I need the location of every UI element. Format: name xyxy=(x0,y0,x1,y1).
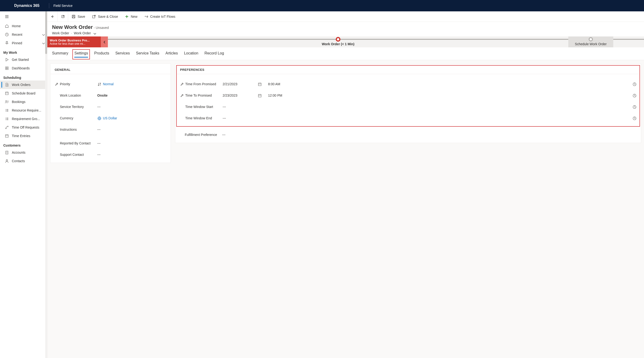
grid-icon xyxy=(5,66,9,70)
create-iot-flows-button[interactable]: Create IoT Flows xyxy=(141,11,179,22)
tab-record-log[interactable]: Record Log xyxy=(204,51,224,58)
topbar-divider xyxy=(49,3,49,8)
field-time-window-end[interactable]: Time Window End --- xyxy=(180,113,636,124)
nav-dashboards[interactable]: Dashboards xyxy=(0,64,47,73)
group-customers: Customers xyxy=(0,140,47,148)
people-icon xyxy=(5,100,9,104)
bpf-stage-schedule[interactable]: Schedule Work Order xyxy=(568,37,613,47)
tab-services[interactable]: Services xyxy=(115,51,130,58)
list-icon xyxy=(5,108,9,113)
plus-icon xyxy=(125,15,129,19)
flow-icon xyxy=(144,15,148,19)
command-bar: Save Save & Close New Create IoT Flows xyxy=(47,11,644,22)
tab-articles[interactable]: Articles xyxy=(166,51,178,58)
bpf-header[interactable]: Work Order Business Pro... Active for le… xyxy=(47,37,101,47)
sidebar-scrollbar[interactable] xyxy=(45,11,47,358)
field-instructions[interactable]: Instructions --- xyxy=(55,124,166,135)
global-topbar: Dynamics 365 Field Service xyxy=(0,0,644,11)
hamburger-icon[interactable] xyxy=(5,15,9,19)
nav-home[interactable]: Home xyxy=(0,22,47,30)
person-icon xyxy=(5,159,9,163)
nav-time-off[interactable]: Time Off Requests xyxy=(0,123,47,132)
clock-icon[interactable] xyxy=(632,116,636,120)
back-button[interactable] xyxy=(47,11,58,22)
nav-requirement-groups[interactable]: Requirement Gro... xyxy=(0,115,47,123)
bpf-stage-work-order[interactable]: Work Order (< 1 Min) xyxy=(108,37,568,47)
save-button[interactable]: Save xyxy=(68,11,88,22)
tab-service-tasks[interactable]: Service Tasks xyxy=(136,51,159,58)
sort-icon xyxy=(97,82,101,86)
calendar-icon xyxy=(5,134,9,138)
wrench-icon xyxy=(180,82,184,86)
general-section: GENERAL Priority Normal Work Location On… xyxy=(50,64,171,163)
building-icon xyxy=(5,150,9,155)
nav-pinned[interactable]: Pinned xyxy=(0,39,47,47)
preferences-highlight: PREFERENCES Time From Promised 2/21/2023… xyxy=(176,65,640,127)
field-time-from-promised[interactable]: Time From Promised 2/21/2023 8:00 AM xyxy=(180,78,636,90)
calendar-icon xyxy=(5,91,9,95)
general-heading: GENERAL xyxy=(55,68,166,72)
preferences-heading: PREFERENCES xyxy=(180,68,636,72)
chevron-down-icon[interactable] xyxy=(93,32,96,35)
page-header: New Work Order - Unsaved Work Order · Wo… xyxy=(47,22,644,37)
chevron-down-icon xyxy=(42,33,45,37)
brand-label: Dynamics 365 xyxy=(5,4,49,8)
wrench-icon xyxy=(180,94,184,97)
tab-settings[interactable]: Settings xyxy=(74,51,88,58)
globe-icon xyxy=(97,116,101,120)
calendar-icon[interactable] xyxy=(258,94,262,97)
doc-icon xyxy=(5,83,9,87)
field-work-location[interactable]: Work Location Onsite xyxy=(55,90,166,101)
nav-bookings[interactable]: Bookings xyxy=(0,98,47,106)
clock-icon[interactable] xyxy=(632,82,636,86)
preferences-section: PREFERENCES Time From Promised 2/21/2023… xyxy=(175,64,641,143)
field-support-contact[interactable]: Support Contact --- xyxy=(55,149,166,160)
nav-resource-requirements[interactable]: Resource Require... xyxy=(0,106,47,115)
form-tabs: Summary Settings Products Services Servi… xyxy=(47,47,644,60)
save-icon xyxy=(72,15,76,19)
nav-recent[interactable]: Recent xyxy=(0,30,47,39)
breadcrumb-entity: Work Order xyxy=(52,31,69,35)
popout-button[interactable] xyxy=(58,11,68,22)
field-time-window-start[interactable]: Time Window Start --- xyxy=(180,101,636,113)
sidebar: Home Recent Pinned My Work Get Started D… xyxy=(0,11,47,358)
calendar-icon[interactable] xyxy=(258,82,262,86)
nav-work-orders[interactable]: Work Orders xyxy=(0,81,47,89)
business-process-flow: Work Order Business Pro... Active for le… xyxy=(47,37,644,47)
breadcrumb: Work Order · Work Order xyxy=(52,31,639,35)
field-currency[interactable]: Currency US Dollar xyxy=(55,113,166,124)
field-time-to-promised[interactable]: Time To Promised 2/23/2023 12:00 PM xyxy=(180,90,636,101)
page-title: New Work Order xyxy=(52,24,93,30)
breadcrumb-form[interactable]: Work Order xyxy=(74,31,91,35)
chevron-down-icon xyxy=(42,41,45,45)
field-reported-by[interactable]: Reported By Contact --- xyxy=(55,138,166,149)
save-close-icon xyxy=(92,15,96,19)
nav-get-started[interactable]: Get Started xyxy=(0,55,47,64)
save-close-button[interactable]: Save & Close xyxy=(88,11,121,22)
tab-products[interactable]: Products xyxy=(94,51,109,58)
route-icon xyxy=(5,125,9,130)
field-fulfillment-preference[interactable]: Fulfillment Preference --- xyxy=(180,129,637,140)
nav-schedule-board[interactable]: Schedule Board xyxy=(0,89,47,98)
list-icon xyxy=(5,117,9,121)
clock-icon[interactable] xyxy=(632,105,636,109)
wrench-icon xyxy=(55,82,58,86)
group-mywork: My Work xyxy=(0,47,47,55)
play-icon xyxy=(5,58,9,62)
nav-contacts[interactable]: Contacts xyxy=(0,157,47,165)
tab-summary[interactable]: Summary xyxy=(52,51,68,58)
group-scheduling: Scheduling xyxy=(0,73,47,81)
nav-accounts[interactable]: Accounts xyxy=(0,148,47,157)
main-content: Save Save & Close New Create IoT Flows N… xyxy=(47,11,644,358)
app-subtitle: Field Service xyxy=(54,4,73,8)
clock-icon[interactable] xyxy=(632,94,636,97)
clock-icon xyxy=(5,33,9,37)
pin-icon xyxy=(5,41,9,45)
bpf-collapse-button[interactable] xyxy=(101,37,108,47)
field-priority[interactable]: Priority Normal xyxy=(55,78,166,90)
nav-time-entries[interactable]: Time Entries xyxy=(0,132,47,140)
home-icon xyxy=(5,24,9,28)
tab-location[interactable]: Location xyxy=(184,51,198,58)
field-service-territory[interactable]: Service Territory --- xyxy=(55,101,166,113)
new-button[interactable]: New xyxy=(121,11,141,22)
